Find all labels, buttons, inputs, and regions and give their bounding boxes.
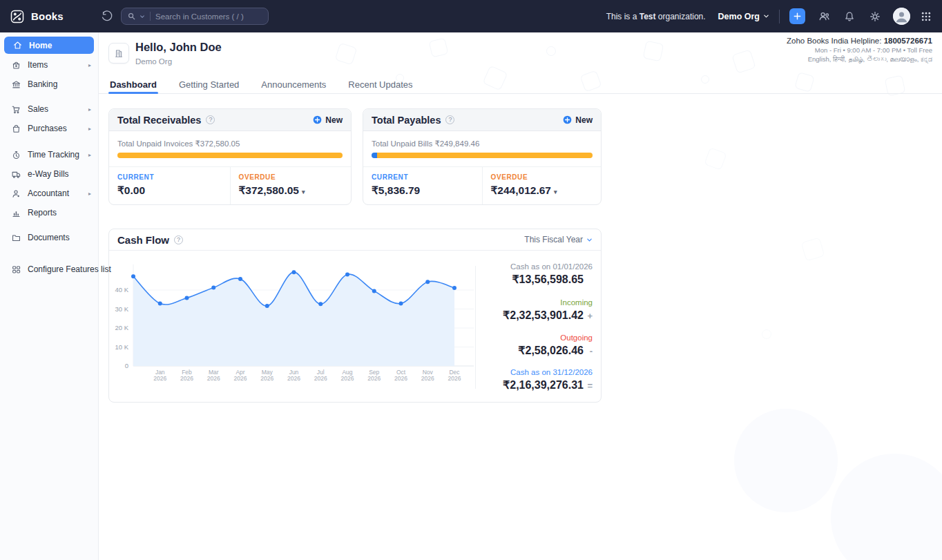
cart-icon [11, 104, 21, 115]
new-button-label: New [575, 115, 593, 125]
card-title: Total Payables [372, 115, 441, 126]
closing-balance-value: ₹2,16,39,276.31= [420, 378, 593, 392]
current-column: CURRENT ₹5,836.79 [363, 167, 482, 204]
overdue-column: OVERDUE ₹372,580.05▾ [230, 167, 352, 204]
svg-text:May2026: May2026 [260, 369, 273, 382]
avatar[interactable] [893, 8, 910, 25]
background-blob [831, 454, 942, 560]
sidebar-item-label: Documents [28, 233, 70, 242]
svg-text:Jul2026: Jul2026 [314, 369, 327, 382]
dropdown-caret-icon[interactable]: ▾ [554, 189, 557, 195]
users-icon[interactable] [817, 10, 831, 23]
box-icon [11, 60, 21, 70]
doodle-shape [801, 238, 825, 262]
tab-getting-started[interactable]: Getting Started [179, 75, 239, 93]
overdue-value: ₹372,580.05▾ [239, 184, 352, 197]
fiscal-year-label: This Fiscal Year [524, 235, 583, 244]
main-content: Hello, John Doe Demo Org Zoho Books Indi… [99, 32, 942, 560]
operator-glyph: = [584, 380, 593, 391]
card-title: Total Receivables [117, 115, 201, 126]
gear-icon[interactable] [868, 10, 882, 23]
sidebar-item-label: Accountant [28, 189, 69, 198]
chevron-down-icon [763, 13, 769, 19]
sidebar-item-label: Home [29, 41, 52, 50]
chevron-right-icon: ▸ [88, 62, 91, 68]
search-input[interactable] [155, 12, 252, 21]
help-icon[interactable]: ? [445, 115, 454, 124]
sidebar-item-purchases[interactable]: Purchases ▸ [0, 119, 98, 138]
page-header: Hello, John Doe Demo Org Zoho Books Indi… [99, 32, 942, 94]
sidebar-item-time-tracking[interactable]: Time Tracking ▸ [0, 145, 98, 164]
help-icon[interactable]: ? [174, 235, 183, 244]
card-header: Total Payables ? New [363, 109, 601, 131]
sidebar-group-gap [0, 94, 98, 99]
apps-grid-icon[interactable] [920, 10, 932, 23]
tab-dashboard[interactable]: Dashboard [110, 75, 157, 93]
closing-balance-block: Cash as on 31/12/2026 ₹2,16,39,276.31= [420, 368, 593, 392]
svg-text:Oct2026: Oct2026 [394, 369, 407, 382]
card-body: Total Unpaid Invoices ₹372,580.05 [109, 131, 351, 166]
org-selector[interactable]: Demo Org [718, 12, 769, 21]
payables-progress-bar [372, 153, 593, 158]
topbar: Books This is a Test organiza [0, 0, 942, 32]
fiscal-year-selector[interactable]: This Fiscal Year [524, 235, 593, 244]
card-footer: CURRENT ₹5,836.79 OVERDUE ₹244,012.67▾ [363, 166, 601, 204]
incoming-value: ₹2,32,53,901.42+ [420, 309, 593, 322]
quick-create-button[interactable] [789, 8, 805, 24]
grid-icon [11, 264, 21, 275]
svg-text:Jan2026: Jan2026 [153, 369, 166, 382]
tab-recent-updates[interactable]: Recent Updates [348, 75, 412, 93]
dropdown-caret-icon[interactable]: ▾ [302, 189, 305, 195]
svg-text:40 K: 40 K [115, 286, 128, 293]
help-icon[interactable]: ? [206, 115, 215, 124]
opening-balance-label: Cash as on 01/01/2026 [420, 262, 593, 271]
sidebar-item-accountant[interactable]: Accountant ▸ [0, 184, 98, 203]
sidebar-item-items[interactable]: Items ▸ [0, 55, 98, 75]
closing-balance-label: Cash as on 31/12/2026 [420, 368, 593, 376]
sidebar-item-reports[interactable]: Reports [0, 203, 98, 222]
search-scope-chevron-icon[interactable] [140, 14, 145, 19]
current-label: CURRENT [117, 173, 230, 181]
sidebar-item-eway-bills[interactable]: e-Way Bills [0, 164, 98, 184]
incoming-block: Incoming ₹2,32,53,901.42+ [420, 298, 593, 322]
outgoing-block: Outgoing ₹2,58,026.46- [420, 334, 593, 357]
brand[interactable]: Books [10, 9, 99, 24]
card-header: Total Receivables ? New [109, 109, 351, 131]
sidebar: Home Items ▸ Banking [0, 32, 99, 560]
truck-icon [11, 169, 21, 180]
outgoing-value: ₹2,58,026.46- [420, 344, 593, 357]
sidebar-group-gap [0, 138, 98, 145]
tab-announcements[interactable]: Announcements [261, 75, 326, 93]
page-subtitle: Demo Org [135, 57, 172, 66]
overdue-label: OVERDUE [239, 173, 352, 181]
bag-icon [11, 124, 21, 134]
current-value: ₹5,836.79 [372, 184, 482, 197]
sidebar-item-configure-features[interactable]: Configure Features list [0, 260, 98, 279]
svg-text:Aug2026: Aug2026 [341, 369, 354, 382]
bell-icon[interactable] [843, 10, 856, 23]
svg-text:0: 0 [125, 362, 128, 369]
plus-circle-icon [313, 115, 322, 124]
sidebar-item-sales[interactable]: Sales ▸ [0, 99, 98, 119]
sidebar-item-banking[interactable]: Banking [0, 75, 98, 94]
sidebar-item-label: Time Tracking [28, 150, 79, 160]
sidebar-item-documents[interactable]: Documents [0, 228, 98, 247]
sidebar-item-label: Sales [28, 104, 48, 114]
brand-name: Books [31, 10, 64, 22]
sidebar-group-gap [0, 247, 98, 260]
svg-text:Apr2026: Apr2026 [234, 369, 247, 382]
overdue-value: ₹244,012.67▾ [491, 184, 602, 197]
svg-text:Mar2026: Mar2026 [207, 369, 220, 382]
stopwatch-icon [11, 150, 21, 160]
tab-bar: Dashboard Getting Started Announcements … [99, 75, 942, 94]
sidebar-group-gap [0, 222, 98, 228]
card-title: Cash Flow [117, 234, 169, 246]
page-title: Hello, John Doe [135, 41, 222, 54]
person-icon [11, 189, 21, 199]
history-icon[interactable] [99, 9, 114, 24]
sidebar-item-home[interactable]: Home [4, 37, 94, 54]
payables-progress-amber [377, 153, 593, 158]
org-selector-label: Demo Org [718, 12, 760, 21]
new-bill-button[interactable]: New [563, 115, 593, 125]
new-invoice-button[interactable]: New [313, 115, 343, 125]
